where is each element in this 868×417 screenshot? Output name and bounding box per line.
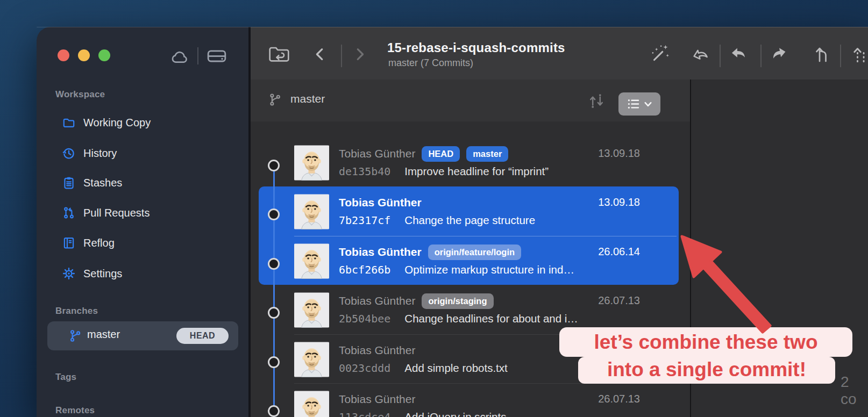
branch-name: master	[87, 328, 120, 341]
back-button[interactable]	[309, 43, 331, 66]
commit-author: Tobias Günther	[339, 294, 415, 307]
ref-badge-head: HEAD	[422, 146, 460, 162]
drive-icon[interactable]	[206, 47, 227, 64]
toolbar: 15-rebase-i-squash-commits master (7 Com…	[251, 27, 868, 80]
annotation-arrow	[667, 226, 785, 344]
commit-author-avatar	[294, 145, 329, 181]
forward-button[interactable]	[348, 43, 371, 66]
avatar	[294, 194, 329, 229]
sidebar-item-label: Stashes	[83, 175, 122, 191]
book-icon	[62, 236, 76, 250]
sidebar-item-label: Pull Requests	[83, 205, 150, 221]
commit-author-avatar	[294, 194, 329, 229]
sidebar-item-branch-master[interactable]: master HEAD	[47, 321, 238, 350]
commit-row[interactable]: Tobias GüntherHEADmaster13.09.18de135b40…	[251, 138, 690, 186]
git-branch-icon	[68, 329, 82, 343]
redo-arrow-icon	[768, 43, 791, 66]
commit-author-avatar	[294, 292, 329, 328]
commit-message: Add jQuery in scripts	[404, 411, 506, 417]
history-header: master	[251, 80, 690, 122]
merge-button[interactable]	[811, 43, 834, 66]
commit-author-avatar	[294, 391, 329, 417]
commit-message: Optimize markup structure in ind…	[404, 263, 574, 276]
sidebar-item-label: History	[83, 145, 117, 161]
discard-button[interactable]	[688, 43, 711, 66]
repo-folder-icon	[268, 45, 290, 64]
toolbar-divider	[840, 45, 841, 67]
pull-dashed-arrow-icon	[852, 43, 868, 66]
commit-author: Tobias Günther	[339, 393, 415, 406]
history-clock-icon	[62, 146, 76, 160]
chevron-left-icon	[312, 45, 328, 63]
sidebar-item-history[interactable]: History	[62, 145, 117, 161]
commit-hash: 113cdce4	[339, 411, 390, 417]
gear-icon	[62, 267, 76, 281]
commit-message: Improve headline for “imprint”	[404, 165, 549, 178]
sidebar: Workspace Working Copy History	[37, 27, 248, 417]
commit-date: 26.06.14	[598, 246, 640, 258]
commit-author-avatar	[294, 342, 329, 377]
commit-row[interactable]: Tobias Günther13.09.187b2317cfChange the…	[251, 186, 690, 235]
sidebar-item-label: Reflog	[83, 235, 115, 251]
sidebar-item-pull-requests[interactable]: Pull Requests	[62, 205, 150, 221]
toolbar-divider	[760, 45, 762, 67]
pull-button[interactable]	[852, 43, 868, 66]
commit-author: Tobias Günther	[339, 147, 415, 160]
toolbar-divider	[720, 45, 721, 67]
sidebar-item-stashes[interactable]: Stashes	[62, 175, 122, 191]
commit-row[interactable]: Tobias Güntherorigin/feature/login26.06.…	[251, 236, 690, 285]
ref-badge-origin-feature-login: origin/feature/login	[428, 245, 521, 260]
sidebar-item-label: Settings	[83, 265, 122, 282]
clipboard-icon	[62, 176, 76, 190]
section-label-remotes: Remotes	[55, 405, 95, 416]
annotation-text-line2: into a single commit!	[578, 357, 835, 384]
sidebar-item-settings[interactable]: Settings	[62, 265, 122, 282]
sidebar-top-divider	[197, 47, 198, 64]
traffic-light-minimize[interactable]	[78, 49, 90, 61]
head-badge: HEAD	[176, 328, 229, 344]
ref-badge-master: master	[466, 146, 508, 162]
undo-button[interactable]	[727, 43, 750, 66]
discard-arrow-icon	[688, 43, 711, 66]
chevron-right-icon	[352, 45, 368, 63]
open-repo-folder-button[interactable]	[268, 43, 290, 66]
commit-date: 26.07.13	[598, 393, 640, 405]
quick-actions-button[interactable]	[649, 43, 671, 66]
chevron-down-icon	[644, 102, 652, 107]
commit-message: Change headlines for about and i…	[404, 312, 578, 325]
ref-badge-origin-staging: origin/staging	[422, 293, 493, 309]
traffic-light-close[interactable]	[58, 49, 69, 61]
compare-arrows-icon[interactable]	[587, 93, 606, 109]
list-view-dropdown-button[interactable]	[618, 92, 660, 116]
desktop: Workspace Working Copy History	[0, 0, 868, 417]
section-label-tags: Tags	[55, 372, 76, 383]
git-branch-icon	[268, 92, 282, 107]
traffic-light-zoom[interactable]	[98, 49, 110, 61]
redo-button[interactable]	[768, 43, 791, 66]
avatar	[294, 292, 329, 328]
commit-hash: de135b40	[339, 165, 390, 178]
list-view-icon	[627, 97, 641, 111]
sidebar-item-working-copy[interactable]: Working Copy	[62, 114, 151, 131]
commit-hash: 2b504bee	[339, 312, 390, 325]
folder-icon	[62, 116, 76, 130]
commit-row[interactable]: Tobias Günther26.07.13113cdce4Add jQuery…	[251, 383, 690, 417]
repo-title: 15-rebase-i-squash-commits	[387, 40, 565, 55]
cloud-icon[interactable]	[169, 48, 190, 64]
commit-date: 26.07.13	[598, 294, 640, 307]
commit-date: 13.09.18	[598, 147, 640, 160]
avatar	[294, 145, 329, 181]
nav-divider	[341, 45, 342, 67]
commit-author: Tobias Günther	[339, 344, 415, 357]
history-branch-label: master	[290, 92, 325, 105]
commit-row[interactable]: Tobias Güntherorigin/staging26.07.132b50…	[251, 285, 690, 334]
avatar	[294, 342, 329, 377]
commit-author-avatar	[294, 243, 329, 279]
commit-author: Tobias Günther	[339, 246, 422, 258]
commit-message: Add simple robots.txt	[404, 362, 507, 375]
merge-branch-icon	[812, 43, 833, 66]
commit-hash: 6bcf266b	[339, 263, 390, 276]
sidebar-item-reflog[interactable]: Reflog	[62, 235, 115, 251]
repo-subtitle: master (7 Commits)	[388, 57, 473, 69]
commit-message: Change the page structure	[404, 214, 535, 227]
